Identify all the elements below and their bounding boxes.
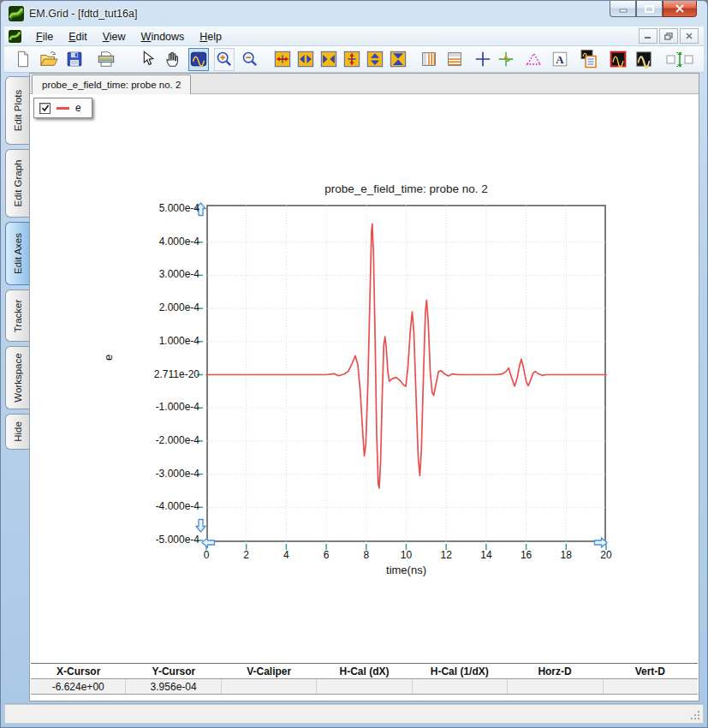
sidebar-tab-edit-axes[interactable]: Edit Axes bbox=[5, 222, 29, 285]
legend-line-sample bbox=[57, 107, 69, 110]
compress-y-button[interactable] bbox=[388, 48, 408, 71]
select-cursor-button[interactable] bbox=[137, 48, 158, 71]
legend-box[interactable]: e bbox=[33, 98, 92, 118]
waveform-series-e[interactable] bbox=[206, 224, 606, 488]
zoom-to-fit-icon bbox=[189, 50, 208, 69]
overlay-plots-button[interactable] bbox=[634, 48, 654, 71]
x-tick-label: 0 bbox=[187, 549, 225, 561]
document-logo-icon bbox=[9, 30, 21, 43]
y-tick-label: 2.000e-4 bbox=[118, 301, 199, 313]
maximize-button[interactable] bbox=[636, 1, 663, 17]
new-document-icon bbox=[14, 50, 33, 69]
open-file-button[interactable] bbox=[39, 48, 59, 71]
x-tick-label: 12 bbox=[427, 549, 465, 561]
status-col-header: Horz-D bbox=[507, 664, 602, 678]
sidebar-tab-edit-graph[interactable]: Edit Graph bbox=[5, 149, 29, 218]
compress-y-icon bbox=[389, 50, 408, 69]
sidebar-tab-label: Hide bbox=[13, 421, 23, 442]
crosshair-button[interactable] bbox=[473, 48, 493, 71]
expand-y-button[interactable] bbox=[342, 48, 362, 71]
menu-edit[interactable]: Edit bbox=[61, 29, 95, 45]
status-col-header: H-Cal (dX) bbox=[317, 664, 412, 678]
svg-text:A: A bbox=[556, 54, 564, 66]
status-col-header: Vert-D bbox=[603, 664, 698, 678]
mdi-close-button[interactable] bbox=[680, 28, 699, 44]
text-annotation-button[interactable]: A bbox=[550, 48, 570, 71]
menu-windows[interactable]: Windows bbox=[134, 29, 193, 45]
menu-help[interactable]: Help bbox=[192, 29, 229, 45]
pan-hand-button[interactable] bbox=[163, 48, 183, 71]
x-tick-label: 6 bbox=[307, 549, 345, 561]
mdi-restore-button[interactable] bbox=[659, 28, 678, 44]
save-button[interactable] bbox=[64, 48, 85, 71]
zoom-in-button[interactable] bbox=[214, 48, 235, 71]
zoom-to-fit-button[interactable] bbox=[188, 48, 209, 71]
status-col-value: -6.624e+00 bbox=[31, 679, 125, 694]
stretch-y-out-icon bbox=[366, 50, 384, 69]
sidebar-tab-hide[interactable]: Hide bbox=[5, 414, 29, 450]
sidebar-tab-edit-plots[interactable]: Edit Plots bbox=[5, 76, 29, 145]
axis-handle-right-icon[interactable] bbox=[593, 537, 608, 548]
sidebar-tab-label: Workspace bbox=[13, 353, 23, 402]
y-tick-label: -1.000e-4 bbox=[118, 401, 199, 413]
sidebar-tab-tracker[interactable]: Tracker bbox=[5, 289, 29, 342]
y-tick-label: -2.000e-4 bbox=[118, 434, 199, 446]
stretch-y-out-button[interactable] bbox=[365, 48, 385, 71]
stretch-x-out-button[interactable] bbox=[295, 48, 316, 71]
titlebar[interactable]: EM.Grid - [fdtd_tut16a] bbox=[1, 1, 707, 27]
vertical-gridlines-icon bbox=[419, 50, 438, 69]
x-tick-label: 18 bbox=[547, 549, 585, 561]
status-col-value bbox=[412, 679, 507, 694]
toolbar: A bbox=[4, 46, 704, 73]
status-col-value bbox=[603, 679, 698, 694]
sidebar-tab-workspace[interactable]: Workspace bbox=[5, 346, 29, 409]
menu-items: FileEditViewWindowsHelp bbox=[28, 28, 229, 45]
legend-checkbox[interactable] bbox=[39, 103, 51, 114]
y-tick-label: 1.000e-4 bbox=[118, 335, 199, 347]
x-tick-label: 2 bbox=[228, 549, 265, 561]
plot-canvas[interactable] bbox=[206, 205, 606, 542]
vertical-distance-button[interactable] bbox=[664, 48, 695, 71]
axis-handle-left-icon[interactable] bbox=[201, 537, 216, 548]
document-tab[interactable]: probe_e_field_time: probe no. 2 bbox=[32, 75, 191, 94]
menu-file[interactable]: File bbox=[28, 29, 61, 45]
caliper-button[interactable] bbox=[524, 48, 544, 71]
compress-x-button[interactable] bbox=[318, 48, 339, 71]
mdi-minimize-button[interactable] bbox=[639, 28, 657, 44]
app-logo-icon bbox=[9, 6, 24, 21]
tracker-button[interactable] bbox=[496, 48, 516, 71]
stretch-x-out-icon bbox=[296, 50, 315, 69]
zoom-out-button[interactable] bbox=[240, 48, 260, 71]
legend-panel-button[interactable] bbox=[578, 48, 600, 71]
expand-y-icon bbox=[342, 50, 361, 69]
resize-grip-icon[interactable] bbox=[689, 709, 701, 721]
expand-x-button[interactable] bbox=[272, 48, 293, 71]
overlay-plots-icon bbox=[634, 50, 653, 69]
close-button[interactable] bbox=[663, 1, 697, 17]
vertical-gridlines-button[interactable] bbox=[419, 48, 439, 71]
axis-handle-down-icon[interactable] bbox=[195, 518, 206, 533]
document-area: probe_e_field_time: probe no. 2 e probe_… bbox=[29, 73, 699, 701]
x-tick-label: 10 bbox=[388, 549, 425, 561]
single-plot-icon bbox=[609, 50, 628, 69]
cursor-status-table: X-CursorY-CursorV-CaliperH-Cal (dX)H-Cal… bbox=[31, 663, 698, 695]
status-col-header: V-Caliper bbox=[222, 664, 317, 678]
vertical-distance-icon bbox=[665, 49, 694, 69]
x-tick-label: 16 bbox=[508, 549, 545, 561]
single-plot-button[interactable] bbox=[608, 48, 628, 71]
axis-ticks bbox=[197, 209, 606, 550]
print-button[interactable] bbox=[96, 48, 116, 71]
status-col-value bbox=[507, 679, 602, 694]
new-document-button[interactable] bbox=[13, 48, 33, 71]
x-tick-label: 4 bbox=[267, 549, 305, 561]
minimize-button[interactable] bbox=[610, 1, 636, 17]
y-tick-label: 2.711e-20 bbox=[118, 368, 199, 380]
zoom-in-icon bbox=[215, 50, 234, 69]
plot-frame[interactable] bbox=[206, 205, 606, 542]
chart-title: probe_e_field_time: probe no. 2 bbox=[206, 182, 606, 195]
expand-x-icon bbox=[273, 50, 292, 69]
menu-view[interactable]: View bbox=[95, 29, 134, 45]
open-file-icon bbox=[39, 50, 58, 69]
status-col-value bbox=[316, 679, 411, 694]
horizontal-gridlines-button[interactable] bbox=[444, 48, 465, 71]
